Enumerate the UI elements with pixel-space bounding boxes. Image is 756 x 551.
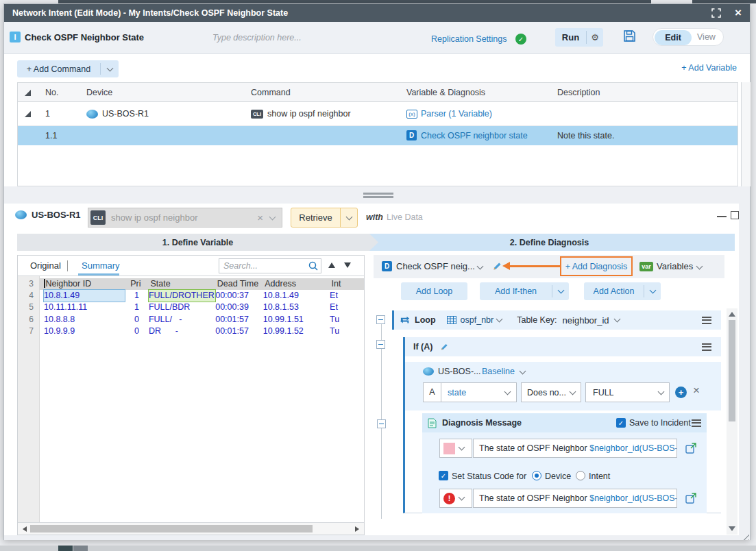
message-input[interactable]: The state of OSPF Neighbor $neighbor_id(… [473, 439, 677, 458]
edit-if-pencil-icon[interactable] [439, 342, 449, 352]
add-action-button[interactable]: Add Action [584, 282, 661, 300]
command-dropdown-icon[interactable] [269, 213, 276, 220]
table-row-diagnosis-selected[interactable]: 1.1 D Check OSPF neighbor state Note thi… [18, 126, 737, 145]
add-condition-icon[interactable]: + [675, 387, 687, 398]
variable-panel: Original Summary 3Neighbor IDPriStateDea… [17, 255, 365, 535]
variables-badge: var [639, 262, 653, 271]
diagnosis-message-header[interactable]: Diagnosis Message ✓ Save to Incident [422, 413, 707, 432]
row-expand-icon[interactable] [25, 111, 31, 117]
status-device-radio[interactable] [532, 471, 541, 480]
background-bottom-bar [0, 546, 756, 551]
if-header-row[interactable]: If (A) [405, 337, 721, 356]
h-scrollbar[interactable] [18, 522, 364, 535]
search-next-icon[interactable] [344, 262, 351, 268]
code-area[interactable]: 3Neighbor IDPriStateDead TimeAddressInt4… [18, 276, 364, 522]
if-menu-icon[interactable] [702, 343, 711, 351]
run-settings-gear-icon[interactable]: ⚙ [587, 32, 603, 42]
table-key-dropdown[interactable]: neighbor_id [563, 315, 609, 326]
add-action-chevron-icon[interactable] [644, 290, 661, 293]
message-expand-icon[interactable] [685, 443, 696, 456]
fullscreen-icon[interactable] [711, 8, 721, 18]
edit-diagnosis-pencil-icon[interactable] [491, 260, 502, 273]
minimize-icon[interactable] [717, 216, 727, 217]
maximize-icon[interactable] [731, 211, 739, 219]
cli-command-input[interactable]: CLI show ip ospf neighbor × [88, 208, 282, 228]
condition-variable-select[interactable]: A state [423, 382, 517, 402]
search-prev-icon[interactable] [328, 262, 335, 268]
if-collapse-box[interactable] [376, 340, 385, 349]
status-code-select[interactable]: ! [439, 489, 472, 508]
splitter-handle[interactable] [363, 193, 393, 198]
loop-row[interactable]: Loop ospf_nbr Table Key: neighbor_id [392, 310, 721, 330]
table-row-command[interactable]: 1 US-BOS-R1 CLI show ip ospf neighbor (x… [18, 102, 737, 126]
scroll-left-icon[interactable] [23, 526, 27, 532]
clear-command-icon[interactable]: × [257, 212, 263, 223]
scroll-up-icon[interactable] [729, 312, 735, 317]
tab-summary[interactable]: Summary [82, 260, 120, 271]
set-status-checkbox[interactable]: ✓ [439, 471, 448, 480]
scroll-right-icon[interactable] [355, 526, 359, 532]
parser-link[interactable]: Parser (1 Variable) [421, 109, 492, 119]
status-intent-radio[interactable] [576, 471, 585, 480]
add-variable-link[interactable]: + Add Variable [675, 63, 737, 73]
step1-label: 1. Define Variable [162, 238, 234, 247]
tab-original[interactable]: Original [30, 260, 61, 271]
variables-dropdown[interactable]: Variables [657, 261, 693, 271]
loop-collapse-box[interactable] [376, 315, 385, 324]
cli-badge: CLI [90, 210, 106, 225]
panel-right-margin [739, 204, 750, 535]
loop-menu-icon[interactable] [702, 317, 711, 324]
loop-table-dropdown[interactable]: ospf_nbr [461, 315, 494, 325]
retrieve-button[interactable]: Retrieve [291, 212, 340, 223]
condition-value-select[interactable]: FULL [585, 382, 670, 402]
add-command-button[interactable]: + Add Command [17, 60, 119, 77]
h-scroll-thumb[interactable] [30, 525, 313, 532]
condition-source-dropdown[interactable]: Baseline [482, 367, 515, 376]
v-scrollbar[interactable] [727, 308, 737, 535]
row-device: US-BOS-R1 [102, 109, 149, 119]
add-loop-button[interactable]: Add Loop [401, 282, 467, 300]
diagnosis-collapse-box[interactable] [377, 419, 386, 428]
live-data-label: Live Data [387, 212, 423, 222]
add-if-then-chevron-icon[interactable] [552, 290, 569, 293]
command-table: No. Device Command Variable & Diagnosis … [17, 82, 738, 186]
search-input[interactable] [219, 260, 308, 271]
run-button[interactable]: Run [555, 32, 586, 42]
edit-toggle[interactable]: Edit [655, 30, 692, 45]
retrieve-dropdown-icon[interactable] [341, 217, 357, 219]
device-name: US-BOS-R1 [32, 210, 81, 220]
diagnosis-name-chevron-icon[interactable] [477, 263, 484, 270]
cli-command-text: show ip ospf neighbor [111, 212, 257, 223]
row-description: Note this state. [557, 131, 614, 140]
condition-operator-select[interactable]: Does no... [521, 382, 581, 402]
table-scrollbar-track[interactable] [741, 82, 751, 186]
save-to-incident-checkbox[interactable]: ✓ [616, 418, 626, 428]
description-input[interactable] [211, 31, 376, 45]
view-toggle[interactable]: View [697, 32, 716, 42]
if-label: If (A) [413, 342, 432, 352]
col-variable-diagnosis: Variable & Diagnosis [406, 88, 485, 97]
replication-settings-link[interactable]: Replication Settings [431, 34, 507, 44]
message-text: The state of OSPF Neighbor [479, 443, 589, 453]
collapse-all-icon[interactable] [25, 90, 31, 96]
variables-chevron-icon[interactable] [696, 263, 703, 270]
status-message-input[interactable]: The state of OSPF Neighbor $neighbor_id(… [473, 489, 677, 508]
v-scroll-thumb[interactable] [729, 320, 735, 421]
col-description: Description [557, 88, 600, 97]
diagnosis-message-menu-icon[interactable] [692, 419, 701, 427]
close-icon[interactable]: × [735, 8, 742, 18]
condition-source-chevron-icon[interactable] [520, 368, 526, 375]
table-key-chevron-icon[interactable] [613, 316, 620, 323]
add-if-then-button[interactable]: Add If-then [480, 282, 569, 300]
message-color-select[interactable] [439, 439, 472, 458]
search-icon[interactable] [308, 261, 318, 271]
status-message-expand-icon[interactable] [685, 493, 696, 506]
remove-condition-icon[interactable]: × [693, 384, 700, 397]
loop-table-chevron-icon[interactable] [496, 316, 503, 323]
diagnosis-link[interactable]: Check OSPF neighbor state [421, 131, 528, 140]
diagnosis-name-dropdown[interactable]: Check OSPF neig... [396, 261, 475, 271]
add-diagnosis-button[interactable]: + Add Diagnosis [560, 256, 633, 276]
step2-label: 2. Define Diagnosis [510, 238, 589, 247]
save-icon[interactable] [623, 29, 636, 45]
scroll-down-icon[interactable] [729, 526, 735, 531]
